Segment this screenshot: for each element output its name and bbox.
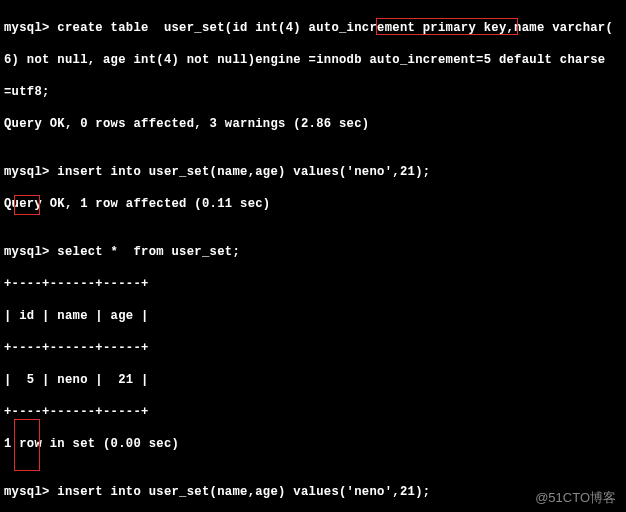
- query-ok-1: Query OK, 0 rows affected, 3 warnings (2…: [4, 116, 622, 132]
- watermark: @51CTO博客: [535, 490, 616, 506]
- sql-select-1: mysql> select * from user_set;: [4, 244, 622, 260]
- result-count-1: 1 row in set (0.00 sec): [4, 436, 622, 452]
- sql-create-line-1: mysql> create table user_set(id int(4) a…: [4, 20, 622, 36]
- sql-insert-1: mysql> insert into user_set(name,age) va…: [4, 164, 622, 180]
- sql-insert-2: mysql> insert into user_set(name,age) va…: [4, 484, 622, 500]
- table1-border: +----+------+-----+: [4, 276, 622, 292]
- sql-create-line-3: =utf8;: [4, 84, 622, 100]
- table1-row-1: | 5 | neno | 21 |: [4, 372, 622, 388]
- sql-create-line-2: 6) not null, age int(4) not null)engine …: [4, 52, 622, 68]
- table1-border: +----+------+-----+: [4, 340, 622, 356]
- table1-header: | id | name | age |: [4, 308, 622, 324]
- table1-border: +----+------+-----+: [4, 404, 622, 420]
- query-ok-2: Query OK, 1 row affected (0.11 sec): [4, 196, 622, 212]
- terminal-output: mysql> create table user_set(id int(4) a…: [0, 0, 626, 512]
